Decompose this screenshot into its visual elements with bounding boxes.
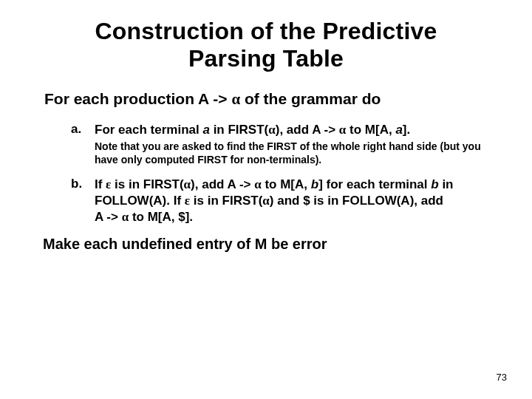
page-number: 73 <box>497 372 507 383</box>
t: to M[A, <box>262 177 311 191</box>
t: ) and $ is in FOLLOW(A), add <box>270 194 443 208</box>
alpha-symbol: α <box>262 194 270 208</box>
var-a: a <box>202 123 209 137</box>
slide: Construction of the Predictive Parsing T… <box>0 0 532 399</box>
ordered-list: a. For each terminal a in FIRST(α), add … <box>71 122 495 225</box>
marker-a: a. <box>71 122 84 167</box>
alpha-symbol: α <box>122 210 129 224</box>
item-b-text: If ε is in FIRST(α), add A -> α to M[A, … <box>95 177 495 225</box>
item-a-text: For each terminal a in FIRST(α), add A -… <box>95 122 495 138</box>
var-a: a <box>395 123 402 137</box>
t: For each terminal <box>95 123 202 137</box>
var-b: b <box>431 177 438 191</box>
list-item-b: b. If ε is in FIRST(α), add A -> α to M[… <box>71 177 495 225</box>
var-b: b <box>311 177 318 191</box>
alpha-symbol: α <box>268 123 276 137</box>
item-a-note: Note that you are asked to find the FIRS… <box>95 140 495 166</box>
alpha-symbol: α <box>339 123 347 137</box>
item-a-body: For each terminal a in FIRST(α), add A -… <box>95 122 495 167</box>
t: is in FIRST( <box>111 177 183 191</box>
list-item-a: a. For each terminal a in FIRST(α), add … <box>71 122 495 167</box>
title-line-2: Parsing Table <box>188 45 344 72</box>
t: ), add A -> <box>276 123 339 137</box>
marker-b: b. <box>71 177 84 225</box>
t: If <box>95 177 106 191</box>
t: ] for each terminal <box>318 177 431 191</box>
alpha-symbol: α <box>254 177 262 191</box>
alpha-symbol: α <box>231 90 240 108</box>
t: to M[A, <box>346 123 395 137</box>
intro-pre: For each production A -> <box>44 90 231 107</box>
t: ]. <box>403 123 410 137</box>
t: is in FIRST( <box>190 194 262 208</box>
slide-title: Construction of the Predictive Parsing T… <box>37 18 495 72</box>
t: A -> <box>95 210 122 224</box>
epsilon-symbol: ε <box>185 194 190 208</box>
intro-post: of the grammar do <box>240 90 381 107</box>
t: to M[A, $]. <box>129 210 193 224</box>
outro-line: Make each undefined entry of M be error <box>43 236 495 253</box>
t: in FIRST( <box>210 123 268 137</box>
t: ), add A -> <box>191 177 254 191</box>
title-line-1: Construction of the Predictive <box>95 18 437 44</box>
intro-line: For each production A -> α of the gramma… <box>44 90 495 109</box>
alpha-symbol: α <box>184 177 191 191</box>
